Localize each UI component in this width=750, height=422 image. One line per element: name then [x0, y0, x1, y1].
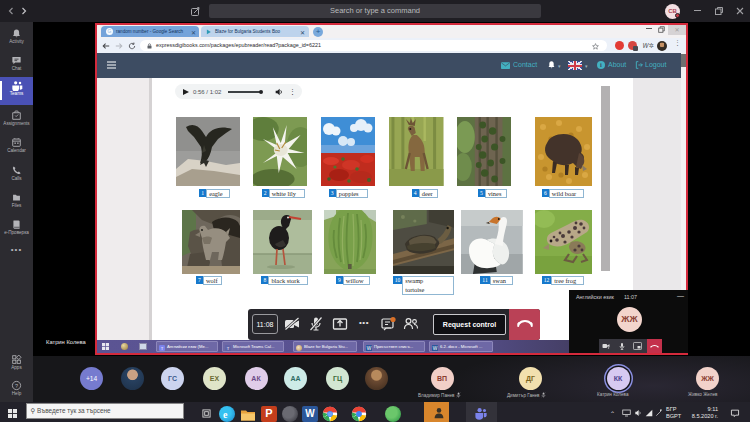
svg-text:W: W [433, 345, 438, 350]
svg-text:?: ? [15, 383, 18, 389]
svg-text:W: W [367, 345, 372, 350]
svg-text:T: T [227, 345, 230, 350]
svg-text:T: T [161, 345, 164, 350]
